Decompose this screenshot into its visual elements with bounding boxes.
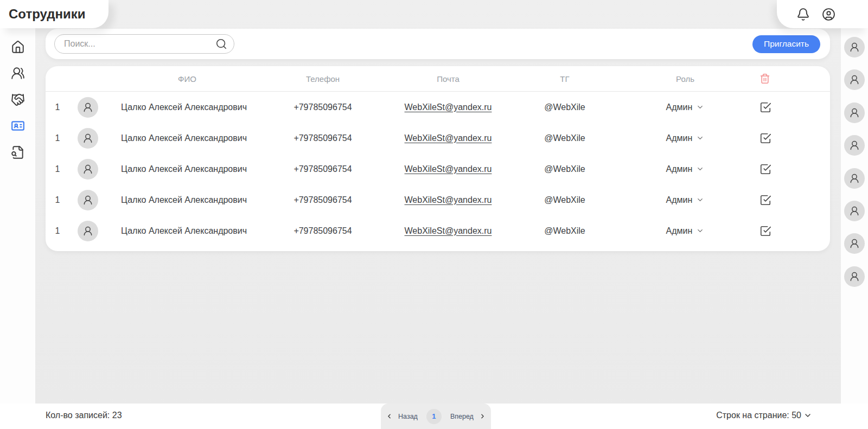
role-dropdown[interactable]: Админ <box>666 164 705 174</box>
chevron-down-icon <box>803 411 812 420</box>
row-number: 1 <box>46 226 69 236</box>
employee-name: Цалко Алексей Александрович <box>106 103 268 112</box>
employee-email-link[interactable]: WebXileSt@yandex.ru <box>405 195 492 204</box>
rail-avatar[interactable] <box>844 266 865 287</box>
rail-avatar[interactable] <box>844 168 865 189</box>
current-page[interactable]: 1 <box>426 409 442 424</box>
chevron-down-icon <box>696 165 704 173</box>
sidebar-item-employees[interactable] <box>11 119 25 133</box>
prev-page-button[interactable]: Назад <box>398 413 418 420</box>
trash-icon[interactable] <box>760 73 770 84</box>
employees-table: ФИО Телефон Почта ТГ Роль 1 Цалко Алексе… <box>46 66 830 251</box>
user-icon <box>82 195 93 206</box>
avatar <box>78 190 98 210</box>
id-card-icon <box>11 119 25 133</box>
user-icon <box>82 133 93 144</box>
role-value: Админ <box>666 226 693 236</box>
rail-avatar[interactable] <box>844 135 865 156</box>
bell-icon[interactable] <box>796 8 810 21</box>
user-icon <box>849 42 860 53</box>
chevron-right-icon[interactable] <box>479 413 486 420</box>
row-checkbox[interactable] <box>760 101 771 113</box>
profile-icon[interactable] <box>822 8 835 21</box>
chevron-down-icon <box>696 196 704 204</box>
employee-phone: +79785096754 <box>268 133 378 143</box>
user-icon <box>82 164 93 175</box>
employee-telegram: @WebXile <box>519 226 611 236</box>
employee-name: Цалко Алексей Александрович <box>106 133 268 143</box>
employee-phone: +79785096754 <box>268 195 378 205</box>
rows-per-page-select[interactable]: Строк на страние: 50 <box>716 411 812 420</box>
chevron-down-icon <box>696 103 704 111</box>
table-row: 1 Цалко Алексей Александрович +797850967… <box>46 123 830 153</box>
employee-name: Цалко Алексей Александрович <box>106 226 268 236</box>
employee-telegram: @WebXile <box>519 164 611 174</box>
user-icon <box>849 238 860 249</box>
pagination: Назад 1 Вперед <box>381 404 491 429</box>
table-row: 1 Цалко Алексей Александрович +797850967… <box>46 184 830 215</box>
user-icon <box>849 173 860 184</box>
employee-email-link[interactable]: WebXileSt@yandex.ru <box>405 164 492 174</box>
employee-email-link[interactable]: WebXileSt@yandex.ru <box>405 103 492 112</box>
role-value: Админ <box>666 103 693 112</box>
next-page-button[interactable]: Вперед <box>450 413 474 420</box>
rail-avatar[interactable] <box>844 37 865 57</box>
row-checkbox[interactable] <box>760 163 771 175</box>
user-icon <box>82 102 93 113</box>
search-input[interactable] <box>54 34 234 54</box>
row-number: 1 <box>46 133 69 143</box>
user-icon <box>849 107 860 118</box>
search-pill <box>54 34 234 54</box>
sidebar-item-partners[interactable] <box>11 93 25 107</box>
role-dropdown[interactable]: Админ <box>666 195 705 205</box>
account-tab <box>777 0 868 28</box>
row-number: 1 <box>46 195 69 205</box>
invite-button[interactable]: Пригласить <box>752 35 820 53</box>
rail-avatar[interactable] <box>844 69 865 90</box>
toolbar: Пригласить <box>46 29 830 59</box>
header-tg: ТГ <box>519 74 611 84</box>
user-icon <box>849 271 860 282</box>
role-value: Админ <box>666 164 693 174</box>
employee-telegram: @WebXile <box>519 103 611 112</box>
sidebar-item-home[interactable] <box>11 40 25 54</box>
table-row: 1 Цалко Алексей Александрович +797850967… <box>46 153 830 184</box>
file-search-icon <box>11 145 25 159</box>
employee-email-link[interactable]: WebXileSt@yandex.ru <box>405 226 492 235</box>
user-icon <box>82 226 93 236</box>
employee-telegram: @WebXile <box>519 133 611 143</box>
rail-avatar[interactable] <box>844 103 865 123</box>
page-title: Сотрудники <box>9 7 86 22</box>
employee-email-link[interactable]: WebXileSt@yandex.ru <box>405 133 492 143</box>
header-role: Роль <box>611 74 760 84</box>
table-body: 1 Цалко Алексей Александрович +797850967… <box>46 92 830 246</box>
row-number: 1 <box>46 103 69 112</box>
row-checkbox[interactable] <box>760 225 771 237</box>
sidebar-item-users[interactable] <box>11 66 25 80</box>
row-checkbox[interactable] <box>760 194 771 206</box>
chevron-left-icon[interactable] <box>386 413 393 420</box>
home-icon <box>11 40 25 54</box>
left-sidebar <box>0 0 35 404</box>
role-value: Админ <box>666 195 693 205</box>
rail-avatar[interactable] <box>844 233 865 254</box>
table-row: 1 Цалко Алексей Александрович +797850967… <box>46 215 830 246</box>
header-fio: ФИО <box>106 74 268 84</box>
footer: Кол-во записей: 23 Назад 1 Вперед Строк … <box>0 404 868 429</box>
row-checkbox[interactable] <box>760 132 771 144</box>
role-dropdown[interactable]: Админ <box>666 133 705 143</box>
avatar <box>78 159 98 180</box>
search-icon[interactable] <box>215 38 227 50</box>
page-title-tab: Сотрудники <box>0 0 108 28</box>
employee-name: Цалко Алексей Александрович <box>106 164 268 174</box>
rail-avatar[interactable] <box>844 201 865 221</box>
right-rail <box>841 0 868 429</box>
row-number: 1 <box>46 164 69 174</box>
rows-per-page-label: Строк на страние: 50 <box>716 411 801 420</box>
role-dropdown[interactable]: Админ <box>666 103 705 112</box>
employee-phone: +79785096754 <box>268 226 378 236</box>
chevron-down-icon <box>696 134 704 142</box>
header-phone: Телефон <box>268 74 378 84</box>
role-dropdown[interactable]: Админ <box>666 226 705 236</box>
sidebar-item-documents[interactable] <box>11 145 25 159</box>
